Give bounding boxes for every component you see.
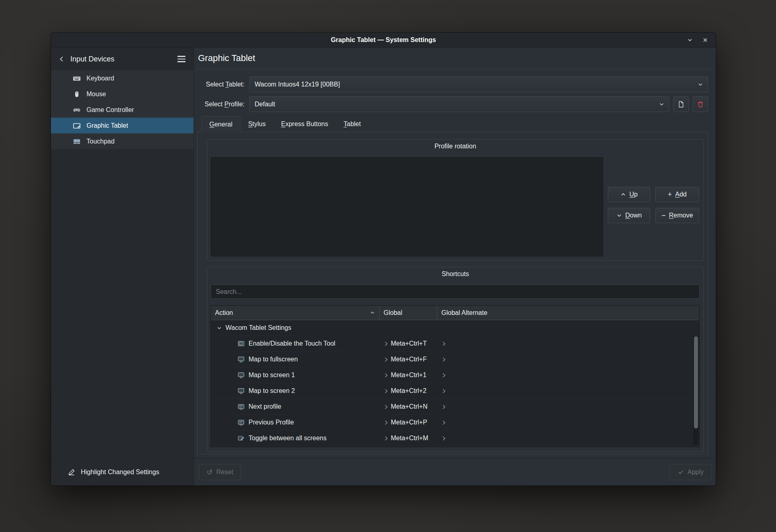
chevron-right-icon[interactable] [384,341,388,346]
sidebar-item-label: Mouse [86,91,106,98]
settings-tabwidget: General Stylus Express Buttons Tablet Pr… [197,116,708,454]
shortcut-action-label: Previous Profile [249,419,294,426]
back-icon[interactable] [58,55,65,63]
document-new-icon [677,101,685,108]
shortcut-action-label: Next profile [249,403,281,410]
device-selection-form: Select Tablet: Wacom Intuos4 12x19 [00BB… [194,70,716,112]
tablet-select-combobox[interactable]: Wacom Intuos4 12x19 [00BB] [249,76,708,92]
profile-rotation-groupbox: Profile rotation Up + [207,139,704,261]
select-tablet-label: Select Tablet: [197,81,245,88]
add-button[interactable]: + Add [655,187,699,202]
screen-icon [237,371,245,379]
page-title: Graphic Tablet [198,53,255,63]
chevron-right-icon[interactable] [442,436,446,441]
chevron-down-icon [659,101,664,107]
sidebar-item-graphic-tablet[interactable]: Graphic Tablet [51,118,194,133]
expander-chevron-down-icon[interactable] [217,325,222,331]
search-input[interactable] [211,285,700,299]
shortcut-action-label: Toggle between all screens [249,435,327,442]
reset-button[interactable]: ↺ Reset [199,464,241,480]
shortcut-action-label: Map to screen 1 [249,372,295,379]
tab-stylus[interactable]: Stylus [240,116,274,132]
apply-button[interactable]: Apply [670,464,712,480]
window-title: Graphic Tablet — System Settings [331,36,436,44]
chevron-right-icon[interactable] [384,436,388,441]
column-header-global[interactable]: Global [380,306,437,320]
move-down-button[interactable]: Down [608,208,650,223]
tab-general[interactable]: General [201,116,240,132]
system-settings-window: Graphic Tablet — System Settings Input D… [51,33,716,486]
window-titlebar[interactable]: Graphic Tablet — System Settings [51,33,716,48]
profile-icon [237,403,245,411]
sidebar-item-touchpad[interactable]: Touchpad [51,133,194,149]
shortcuts-table: Action Global Global Alternate [211,305,700,447]
chevron-right-icon[interactable] [442,420,446,425]
sidebar-item-game-controller[interactable]: Game Controller [51,102,194,118]
shortcut-row[interactable]: Toggle between all screens Meta+Ctrl+M [211,431,699,446]
sidebar-item-label: Game Controller [86,106,134,114]
chevron-right-icon[interactable] [442,404,446,410]
shortcuts-content: Action Global Global Alternate [207,278,703,452]
new-profile-button[interactable] [673,96,689,112]
bottom-button-bar: ↺ Reset Apply [194,458,716,486]
shortcuts-groupbox: Shortcuts Action Global [207,267,704,452]
shortcut-row[interactable]: Previous Profile Meta+Ctrl+P [211,415,699,431]
sidebar-title[interactable]: Input Devices [70,55,172,63]
profile-select-combobox[interactable]: Default [249,96,669,112]
tablet-select-value: Wacom Intuos4 12x19 [00BB] [255,81,340,88]
column-header-global-alternate[interactable]: Global Alternate [437,306,699,320]
window-shade-icon[interactable] [686,36,694,44]
chevron-right-icon[interactable] [384,373,388,378]
scrollbar-thumb[interactable] [694,336,698,429]
tab-tablet[interactable]: Tablet [336,116,369,132]
chevron-right-icon[interactable] [384,388,388,394]
move-up-button[interactable]: Up [608,187,650,202]
profile-rotation-title: Profile rotation [207,139,703,150]
shortcut-global-value: Meta+Ctrl+M [391,435,428,442]
tablet-icon [237,340,245,348]
screen-icon [237,387,245,395]
game-controller-icon [72,105,82,115]
sidebar-item-keyboard[interactable]: Keyboard [51,70,194,86]
tab-bar: General Stylus Express Buttons Tablet [197,116,708,132]
shortcut-row[interactable]: Next profile Meta+Ctrl+N [211,399,699,415]
plus-icon: + [668,191,672,198]
chevron-right-icon[interactable] [442,388,446,394]
select-profile-label: Select Profile: [197,101,245,108]
sidebar: Input Devices Keyboard Mouse [51,48,194,486]
chevron-right-icon[interactable] [384,404,388,410]
tree-group-row[interactable]: Wacom Tablet Settings [211,320,699,336]
vertical-scrollbar[interactable] [693,336,698,445]
chevron-right-icon[interactable] [384,357,388,362]
sidebar-items: Keyboard Mouse Game Controller [51,70,194,149]
reset-icon: ↺ [207,469,213,476]
sidebar-spacer [51,149,194,458]
sidebar-item-mouse[interactable]: Mouse [51,86,194,102]
shortcut-global-value: Meta+Ctrl+P [391,419,427,426]
chevron-right-icon[interactable] [442,341,446,346]
chevron-right-icon[interactable] [384,420,388,425]
shortcut-row[interactable]: Enable/Disable the Touch Tool Meta+Ctrl+… [211,336,699,352]
mouse-icon [72,89,82,99]
window-close-icon[interactable] [701,36,709,44]
apply-label: Apply [687,469,704,476]
menu-icon[interactable] [177,55,186,63]
shortcut-row[interactable]: Map to screen 1 Meta+Ctrl+1 [211,367,699,383]
column-header-action[interactable]: Action [211,306,380,320]
chevron-right-icon[interactable] [442,373,446,378]
reset-label: Reset [216,469,233,476]
screen-icon [237,355,245,363]
tree-group-label: Wacom Tablet Settings [226,324,291,331]
remove-button[interactable]: − Remove [655,208,699,223]
pen-icon [237,434,245,442]
highlight-changed-settings-toggle[interactable]: Highlight Changed Settings [51,458,194,486]
shortcuts-title: Shortcuts [207,267,703,278]
page-header: Graphic Tablet [194,48,716,70]
trash-icon [697,101,704,108]
delete-profile-button[interactable] [693,96,708,112]
shortcut-row[interactable]: Map to screen 2 Meta+Ctrl+2 [211,383,699,399]
tab-express-buttons[interactable]: Express Buttons [274,116,336,132]
profile-rotation-list[interactable] [211,157,603,256]
shortcut-row[interactable]: Map to fullscreen Meta+Ctrl+F [211,352,699,367]
chevron-right-icon[interactable] [442,357,446,362]
